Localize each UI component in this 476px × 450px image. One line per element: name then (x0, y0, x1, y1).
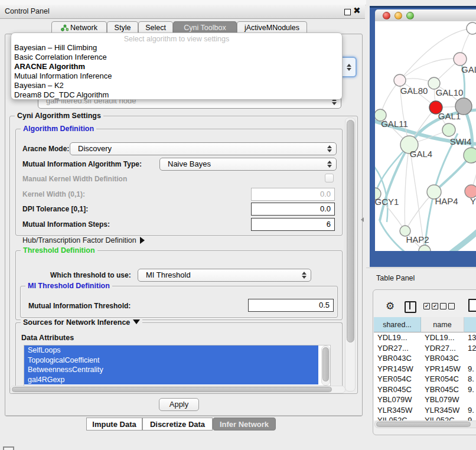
close-traffic-light-icon[interactable] (383, 12, 390, 19)
manual-kernel-width-checkbox[interactable] (325, 174, 334, 182)
dpi-tolerance-field[interactable]: 0.0 (251, 203, 335, 216)
deselect-all-checkboxes-icon[interactable] (440, 303, 457, 314)
attribute-list-item[interactable]: BetweennessCentrality (24, 365, 318, 375)
attribute-list-item[interactable]: gal4RGexp (24, 375, 318, 385)
network-node[interactable] (442, 123, 455, 136)
bottom-tab-discretize-data[interactable]: Discretize Data (142, 418, 213, 431)
minimize-traffic-light-icon[interactable] (395, 12, 402, 19)
settings-hscrollbar[interactable] (10, 386, 345, 393)
settings-gear-icon[interactable]: ⚙ (386, 300, 395, 312)
algorithm-option[interactable]: Bayesian – Hill Climbing (11, 43, 342, 53)
table-cell (464, 353, 476, 364)
algorithm-option[interactable]: Mutual Information Inference (11, 71, 342, 81)
close-icon[interactable]: ✖ (353, 5, 361, 16)
select-all-checkboxes-icon[interactable]: ✔✔ (423, 303, 440, 314)
expanded-arrow-icon[interactable] (133, 319, 140, 324)
algorithm-option[interactable]: Bayesian – K2 (11, 81, 342, 90)
network-node[interactable] (464, 148, 476, 163)
bottom-tab-infer-network[interactable]: Infer Network (213, 418, 276, 431)
network-edge (405, 145, 409, 231)
network-node[interactable] (394, 74, 406, 86)
column-header-partial[interactable]: A (464, 317, 476, 332)
collapsed-arrow-icon[interactable] (140, 237, 145, 244)
table-panel-title: Table Panel (376, 274, 415, 282)
group-title: Cyni Algorithm Settings (15, 112, 103, 120)
mi-steps-label: Mutual Information Steps: (22, 220, 110, 229)
divider (366, 268, 476, 268)
tab-cyni-toolbox[interactable]: Cyni Toolbox (173, 21, 237, 34)
network-window-titlebar[interactable] (375, 9, 476, 22)
table-hscrollbar[interactable] (374, 420, 476, 428)
sources-toggle[interactable]: Sources for Network Inference (21, 318, 142, 327)
table-row[interactable]: YLR345WYLR345W9. (374, 405, 476, 416)
apply-button[interactable]: Apply (159, 398, 199, 411)
tab-select[interactable]: Select (138, 21, 173, 34)
scrollbar-thumb[interactable] (376, 422, 471, 427)
algorithm-option[interactable]: Basic Correlation Inference (11, 53, 342, 62)
stepper-arrows-icon (327, 161, 332, 168)
table-row[interactable]: YBR045CYBR045C9. (374, 384, 476, 395)
mi-algorithm-type-combo[interactable]: Naive Bayes (159, 158, 337, 171)
aracne-mode-combo[interactable]: Discovery (70, 142, 337, 155)
tab-label: Cyni Toolbox (184, 24, 226, 32)
network-node[interactable] (419, 245, 431, 251)
which-threshold-label: Which threshold to use: (50, 271, 131, 279)
attribute-list-item[interactable]: SelfLoops (24, 345, 318, 356)
aracne-mode-label: Aracne Mode: (22, 145, 69, 153)
algorithm-option[interactable]: Dream8 DC_TDC Algorithm (11, 90, 342, 100)
tab-style[interactable]: Style (107, 21, 138, 34)
table-cell: 9. (464, 405, 476, 416)
scrollbar-thumb[interactable] (322, 347, 329, 381)
table-cell: YLR345W (374, 405, 421, 416)
table-row[interactable]: YBL079WYBL079W (374, 394, 476, 405)
table-cell: YER054C (421, 374, 464, 384)
table-cell: YBR043C (374, 353, 421, 364)
tab-label: Select (145, 24, 166, 32)
zoom-traffic-light-icon[interactable] (406, 12, 414, 19)
settings-scrollbar[interactable] (345, 118, 356, 392)
kernel-width-field[interactable]: 0.0 (251, 188, 335, 201)
table-cell: 9. (464, 364, 476, 374)
column-header-name[interactable]: name (421, 317, 464, 332)
attribute-list-item[interactable]: TopologicalCoefficient (24, 356, 318, 366)
network-node[interactable] (467, 22, 476, 34)
attributes-scrollbar[interactable] (321, 345, 330, 386)
node-label: GAL80 (400, 86, 428, 96)
panel-divider-handle[interactable] (361, 217, 364, 222)
table-cell: YBR043C (421, 353, 464, 364)
float-window-icon[interactable] (344, 9, 351, 15)
dropdown-placeholder: Select algorithm to view settings (11, 35, 342, 43)
mi-steps-field[interactable]: 6 (251, 218, 335, 231)
table-cell: YDR27... (421, 343, 464, 354)
table-row[interactable]: YBR043CYBR043C (374, 353, 476, 364)
which-threshold-combo[interactable]: MI Threshold (138, 269, 311, 282)
field-value: 0.0 (320, 204, 331, 213)
table-cell: YBL079W (421, 394, 464, 405)
table-cell: 9. (464, 384, 476, 395)
mi-threshold-field[interactable]: 0.5 (248, 299, 334, 312)
scrollbar-thumb[interactable] (12, 387, 332, 392)
column-header-shared[interactable]: shared... (374, 317, 421, 332)
hub-definition-toggle[interactable]: Hub/Transcription Factor Definition (22, 236, 145, 244)
tab-jactivemnodules[interactable]: jActiveMNodules (237, 21, 307, 34)
scrollbar-thumb[interactable] (347, 120, 354, 343)
tab-network[interactable]: Network (51, 21, 107, 34)
algorithm-option[interactable]: ARACNE Algorithm (11, 62, 342, 71)
table-row[interactable]: YER054CYER054C8. (374, 374, 476, 384)
table-row[interactable]: YPR145WYPR145W9. (374, 364, 476, 374)
node-label: GAL10 (436, 87, 464, 97)
document-icon[interactable] (468, 299, 476, 312)
table-cell: YBR045C (374, 384, 421, 395)
table-row[interactable]: YDL19...YDL19...13 (374, 332, 476, 343)
network-canvas[interactable]: GALGAL80GAL10GAL1GAL11SWI4GAL4GCY1HAP4YH… (375, 21, 476, 251)
table-row[interactable]: YIL052CYIL052C9. (374, 415, 476, 420)
stepper-arrows-icon (347, 64, 351, 71)
network-svg: GALGAL80GAL10GAL1GAL11SWI4GAL4GCY1HAP4YH… (375, 21, 476, 251)
split-columns-icon[interactable] (405, 301, 416, 313)
bottom-tab-impute-data[interactable]: Impute Data (86, 418, 142, 431)
data-attributes-list[interactable]: SelfLoopsTopologicalCoefficientBetweenne… (24, 345, 331, 386)
network-node[interactable] (454, 53, 467, 66)
table-row[interactable]: YDR27...YDR27...12 (374, 343, 476, 354)
group-title: Algorithm Definition (21, 125, 96, 133)
algorithm-dropdown-list[interactable]: Select algorithm to view settings Bayesi… (11, 32, 343, 100)
